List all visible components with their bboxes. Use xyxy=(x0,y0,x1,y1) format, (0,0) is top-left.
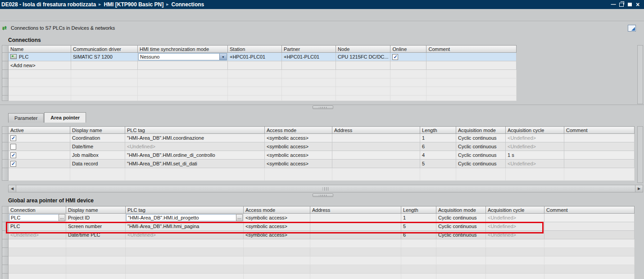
plc-tag-cell[interactable]: "HMI-Area_DB".HMI.id_progetto... xyxy=(126,214,244,222)
row-header[interactable] xyxy=(2,231,9,239)
access-mode-cell[interactable]: <symbolic access> xyxy=(244,214,310,222)
breadcrumb-segment-1[interactable]: HMI [KTP900 Basic PN] xyxy=(104,1,163,8)
plc-tag-cell[interactable]: "HMI-Area_DB".HMI.coordinazione xyxy=(125,134,265,142)
column-header-hmi-time-synchronization-mode[interactable]: HMI time synchronization mode xyxy=(138,46,228,53)
sync-mode-cell[interactable]: Nessuno▼ xyxy=(138,53,228,61)
acquisition-cycle-cell[interactable]: <Undefined> xyxy=(506,160,564,168)
acquisition-cycle-cell[interactable]: <Undefined> xyxy=(506,142,564,151)
length-cell[interactable]: 6 xyxy=(401,231,436,239)
length-cell[interactable]: 4 xyxy=(420,151,456,160)
acquisition-cycle-cell[interactable]: 1 s xyxy=(506,151,564,160)
acquisition-mode-cell[interactable]: Cyclic continuous xyxy=(456,160,506,168)
scrollbar-thumb[interactable] xyxy=(16,185,635,192)
column-header-name[interactable]: Name xyxy=(9,46,71,53)
add-new-cell[interactable]: <Add new> xyxy=(9,61,71,70)
area-pointer-row-job-mailbox[interactable]: ✓Job mailbox"HMI-Area_DB".HMI.ordine_di_… xyxy=(2,151,635,160)
plc-tag-cell[interactable]: "HMI-Area_DB".HMI.set_di_dati xyxy=(125,160,265,168)
display-name-cell[interactable]: Job mailbox xyxy=(70,151,125,160)
communication-driver-cell[interactable]: SIMATIC S7 1200 xyxy=(71,53,138,61)
column-header-station[interactable]: Station xyxy=(228,46,282,53)
connection-cell[interactable]: PLC xyxy=(9,222,66,231)
column-header-online[interactable]: Online xyxy=(390,46,426,53)
acquisition-mode-cell[interactable]: Cyclic continuous xyxy=(456,151,506,160)
display-name-cell[interactable]: Screen number xyxy=(66,222,126,231)
column-header-plc-tag[interactable]: PLC tag xyxy=(126,206,244,214)
display-name-cell[interactable]: Data record xyxy=(70,160,125,168)
row-header[interactable] xyxy=(2,160,9,168)
acquisition-mode-cell[interactable]: Cyclic continuous xyxy=(456,142,506,151)
pane-splitter-grip-top[interactable] xyxy=(313,105,333,109)
column-header-address[interactable]: Address xyxy=(332,127,420,134)
connection-cell[interactable]: <Undefined> xyxy=(9,231,66,239)
partner-cell[interactable]: +HPC01-PLC01 xyxy=(282,53,336,61)
row-header[interactable] xyxy=(2,222,9,231)
column-header-node[interactable]: Node xyxy=(336,46,390,53)
comment-cell[interactable] xyxy=(544,222,635,231)
active-cell[interactable]: ✓ xyxy=(9,160,70,168)
column-header-access-mode[interactable]: Access mode xyxy=(244,206,310,214)
access-mode-cell[interactable]: <symbolic access> xyxy=(244,231,310,239)
column-header-length[interactable]: Length xyxy=(420,127,456,134)
area-pointer-row-coordination[interactable]: ✓Coordination"HMI-Area_DB".HMI.coordinaz… xyxy=(2,134,635,142)
column-header-acquisition-cycle[interactable]: Acquisition cycle xyxy=(506,127,564,134)
plc-tag-edit-field[interactable]: "HMI-Area_DB".HMI.id_progetto xyxy=(126,214,243,221)
address-cell[interactable] xyxy=(332,134,420,142)
column-header-acquisition-cycle[interactable]: Acquisition cycle xyxy=(486,206,544,214)
acquisition-cycle-cell[interactable]: <Undefined> xyxy=(486,214,544,222)
area-pointer-row-date-time[interactable]: Date/time<Undefined><symbolic access>6Cy… xyxy=(2,142,635,151)
sync-mode-combo[interactable]: Nessuno▼ xyxy=(138,53,227,60)
row-header[interactable] xyxy=(2,61,9,70)
length-cell[interactable]: 1 xyxy=(401,214,436,222)
column-header-comment[interactable]: Comment xyxy=(426,46,517,53)
row-header[interactable] xyxy=(2,214,9,222)
column-header-acquisition-mode[interactable]: Acquisition mode xyxy=(456,127,506,134)
length-cell[interactable]: 5 xyxy=(420,160,456,168)
global-row-date-time-plc[interactable]: <Undefined>Date/time PLC<Undefined><symb… xyxy=(2,231,635,239)
column-header-plc-tag[interactable]: PLC tag xyxy=(125,127,265,134)
address-cell[interactable] xyxy=(332,160,420,168)
tab-area-pointer[interactable]: Area pointer xyxy=(44,112,86,123)
plc-tag-browse-button[interactable]: ... xyxy=(236,214,243,221)
connections-vertical-scrollbar[interactable] xyxy=(637,45,643,104)
column-header-comment[interactable]: Comment xyxy=(564,127,635,134)
display-name-cell[interactable]: Date/time xyxy=(70,142,125,151)
comment-cell[interactable] xyxy=(426,53,517,61)
plc-tag-cell[interactable]: <Undefined> xyxy=(126,231,244,239)
dropdown-arrow-icon[interactable]: ▼ xyxy=(219,54,227,60)
row-header[interactable] xyxy=(2,53,9,61)
add-new-row[interactable]: <Add new> xyxy=(2,61,517,70)
column-header-acquisition-mode[interactable]: Acquisition mode xyxy=(436,206,486,214)
plc-tag-cell[interactable]: "HMI-Area_DB".HMI.ordine_di_controllo xyxy=(125,151,265,160)
acquisition-cycle-cell[interactable]: <Undefined> xyxy=(486,231,544,239)
area-pointer-vertical-scrollbar[interactable] xyxy=(637,126,643,183)
row-header[interactable] xyxy=(2,142,9,151)
address-cell[interactable] xyxy=(310,214,401,222)
acquisition-cycle-cell[interactable]: <Undefined> xyxy=(486,222,544,231)
column-header-active[interactable]: Active xyxy=(9,127,70,134)
column-header-comment[interactable]: Comment xyxy=(544,206,635,214)
column-header-communication-driver[interactable]: Communication driver xyxy=(71,46,138,53)
length-cell[interactable]: 5 xyxy=(401,222,436,231)
plc-tag-cell[interactable]: <Undefined> xyxy=(125,142,265,151)
active-checkbox[interactable]: ✓ xyxy=(10,161,16,167)
column-header-display-name[interactable]: Display name xyxy=(70,127,125,134)
display-name-cell[interactable]: Project ID xyxy=(66,214,126,222)
acquisition-mode-cell[interactable]: Cyclic continuous xyxy=(436,214,486,222)
acquisition-mode-cell[interactable]: Cyclic continuous xyxy=(436,231,486,239)
access-mode-cell[interactable]: <symbolic access> xyxy=(265,142,332,151)
connection-edit-field[interactable]: PLC xyxy=(9,214,65,221)
connection-row-plc[interactable]: PLCSIMATIC S7 1200Nessuno▼+HPC01-PLC01+H… xyxy=(2,53,517,61)
column-header-display-name[interactable]: Display name xyxy=(66,206,126,214)
node-cell[interactable]: CPU 1215FC DC/DC... xyxy=(336,53,390,61)
online-cell[interactable]: ✓ xyxy=(390,53,426,61)
access-mode-cell[interactable]: <symbolic access> xyxy=(265,151,332,160)
breadcrumb-segment-2[interactable]: Connections xyxy=(172,1,204,8)
active-checkbox[interactable]: ✓ xyxy=(10,135,16,141)
tab-parameter[interactable]: Parameter xyxy=(8,113,44,123)
column-header-access-mode[interactable]: Access mode xyxy=(265,127,332,134)
online-checkbox[interactable]: ✓ xyxy=(392,54,398,60)
column-header-partner[interactable]: Partner xyxy=(282,46,336,53)
global-row-project-id[interactable]: PLC...Project ID"HMI-Area_DB".HMI.id_pro… xyxy=(2,214,635,222)
close-button[interactable]: × xyxy=(634,1,642,8)
comment-cell[interactable] xyxy=(564,142,635,151)
